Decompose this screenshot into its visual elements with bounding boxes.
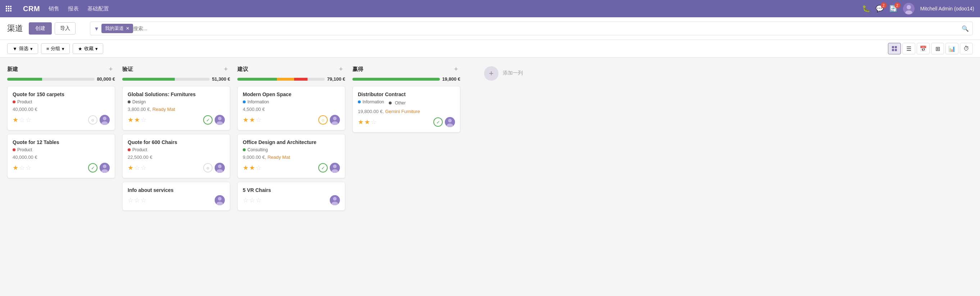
fav-button[interactable]: ★ 收藏 ▾ (73, 43, 103, 54)
svg-point-10 (218, 117, 221, 120)
view-kanban[interactable] (888, 43, 901, 54)
star-filled[interactable]: ★ (13, 164, 18, 172)
import-button[interactable]: 导入 (55, 22, 76, 35)
clock-icon[interactable]: ○ (203, 163, 213, 173)
kanban-card[interactable]: Quote for 150 carpets Product 40,000.00 … (7, 86, 115, 130)
kanban-card[interactable]: Office Design and Architecture Consultin… (237, 134, 345, 178)
search-icon[interactable]: 🔍 (962, 25, 969, 32)
column-add-button[interactable]: + (221, 65, 230, 74)
star-empty[interactable]: ☆ (25, 164, 31, 172)
create-button[interactable]: 创建 (29, 22, 52, 35)
kanban-card[interactable]: Global Solutions: Furnitures Design 3,80… (122, 86, 230, 130)
kanban-card[interactable]: Distributor Contract Information Other 1… (352, 86, 460, 133)
avatar[interactable] (903, 3, 915, 14)
card-title: Modern Open Space (243, 91, 340, 97)
group-button[interactable]: ≡ 分组 ▾ (41, 43, 70, 54)
kanban-card[interactable]: Modern Open Space Information 4,500.00 €… (237, 86, 345, 130)
add-column-button[interactable]: + (484, 66, 498, 81)
filter-button[interactable]: ▼ 筛选 ▾ (7, 43, 38, 54)
star-empty[interactable]: ☆ (19, 164, 25, 172)
group-label: 分组 (51, 45, 60, 52)
star-filled[interactable]: ★ (249, 116, 255, 124)
kanban-card[interactable]: Quote for 600 Chairs Product 22,500.00 €… (122, 134, 230, 178)
filter-tag-close[interactable]: ✕ (126, 26, 129, 31)
card-avatar (215, 195, 225, 205)
check-icon[interactable]: ✓ (88, 163, 97, 173)
star-empty[interactable]: ☆ (134, 196, 140, 204)
star-empty[interactable]: ☆ (141, 116, 146, 124)
fav-label: 收藏 (84, 45, 94, 52)
search-filter-tag[interactable]: 我的渠道 ✕ (102, 24, 133, 33)
card-amount: 40,000.00 € (13, 155, 110, 160)
star-empty[interactable]: ☆ (256, 164, 261, 172)
star-filled[interactable]: ★ (243, 164, 248, 172)
clock-icon[interactable]: ○ (318, 115, 328, 125)
star-empty[interactable]: ☆ (371, 118, 377, 126)
card-title: 5 VR Chairs (243, 187, 340, 193)
search-input[interactable] (133, 26, 962, 31)
filter-label: 筛选 (19, 45, 29, 52)
star-empty[interactable]: ☆ (134, 164, 140, 172)
user-label[interactable]: Mitchell Admin (odoo14) (920, 6, 974, 11)
column-add-button[interactable]: + (337, 65, 345, 74)
card-title: Office Design and Architecture (243, 139, 340, 145)
column-header: 验证 + (122, 65, 230, 74)
card-avatar (100, 163, 110, 173)
card-actions: ○ (203, 163, 225, 173)
kanban-card[interactable]: Info about services ☆☆☆ (122, 182, 230, 211)
svg-point-28 (448, 119, 452, 122)
bug-icon[interactable]: 🐛 (862, 5, 870, 13)
kanban-card[interactable]: 5 VR Chairs ☆☆☆ (237, 182, 345, 211)
star-empty[interactable]: ☆ (128, 196, 134, 204)
tag-dot (128, 148, 130, 151)
column-add-button[interactable]: + (452, 65, 460, 74)
star-empty[interactable]: ☆ (141, 196, 146, 204)
star-filled[interactable]: ★ (249, 164, 255, 172)
view-chart[interactable]: 📊 (945, 43, 958, 54)
kanban-card[interactable]: Quote for 12 Tables Product 40,000.00 € … (7, 134, 115, 178)
check-icon[interactable]: ✓ (203, 115, 213, 125)
star-filled[interactable]: ★ (364, 118, 370, 126)
star-empty[interactable]: ☆ (256, 116, 261, 124)
progress-bar (352, 78, 440, 81)
svg-point-16 (218, 197, 221, 201)
card-stars: ★☆☆ (128, 164, 146, 172)
search-box[interactable]: ▼ 我的渠道 ✕ 🔍 (90, 22, 973, 35)
amount-value: 40,000.00 € (13, 155, 37, 160)
column-title: 建议 (237, 66, 248, 73)
tag-dot (358, 101, 361, 103)
app-grid-icon[interactable] (6, 6, 11, 11)
progress-bar-wrap: 51,300 € (122, 76, 230, 82)
add-column-label[interactable]: 添加一列 (503, 66, 523, 76)
star-empty[interactable]: ☆ (256, 196, 261, 204)
view-list[interactable]: ☰ (902, 43, 915, 54)
menu-config[interactable]: 基础配置 (88, 5, 109, 12)
menu-reports[interactable]: 报表 (68, 5, 79, 12)
star-empty[interactable]: ☆ (243, 196, 248, 204)
star-empty[interactable]: ☆ (25, 116, 31, 124)
check-icon[interactable]: ✓ (433, 117, 443, 127)
star-filled[interactable]: ★ (134, 116, 140, 124)
card-actions: ○ (318, 115, 340, 125)
view-table[interactable]: ⊞ (931, 43, 944, 54)
star-empty[interactable]: ☆ (19, 116, 25, 124)
card-amount: 9,000.00 €, Ready Mat (243, 155, 340, 160)
amount-suffix: , Gemini Furniture (383, 109, 420, 114)
chat-button[interactable]: 💬 2 (876, 5, 884, 13)
star-filled[interactable]: ★ (243, 116, 248, 124)
view-icons: ☰ 📅 ⊞ 📊 ⏱ (888, 43, 973, 54)
star-empty[interactable]: ☆ (141, 164, 146, 172)
activity-button[interactable]: 🔄 2 (889, 5, 897, 13)
star-filled[interactable]: ★ (128, 116, 134, 124)
check-icon[interactable]: ✓ (318, 163, 328, 173)
clock-icon[interactable]: ○ (88, 115, 97, 125)
star-filled[interactable]: ★ (128, 164, 134, 172)
view-calendar[interactable]: 📅 (917, 43, 930, 54)
view-activity[interactable]: ⏱ (960, 43, 973, 54)
star-filled[interactable]: ★ (358, 118, 364, 126)
amount-value: 40,000.00 € (13, 107, 37, 112)
menu-sales[interactable]: 销售 (49, 5, 59, 12)
star-empty[interactable]: ☆ (249, 196, 255, 204)
column-add-button[interactable]: + (107, 65, 115, 74)
star-filled[interactable]: ★ (13, 116, 18, 124)
